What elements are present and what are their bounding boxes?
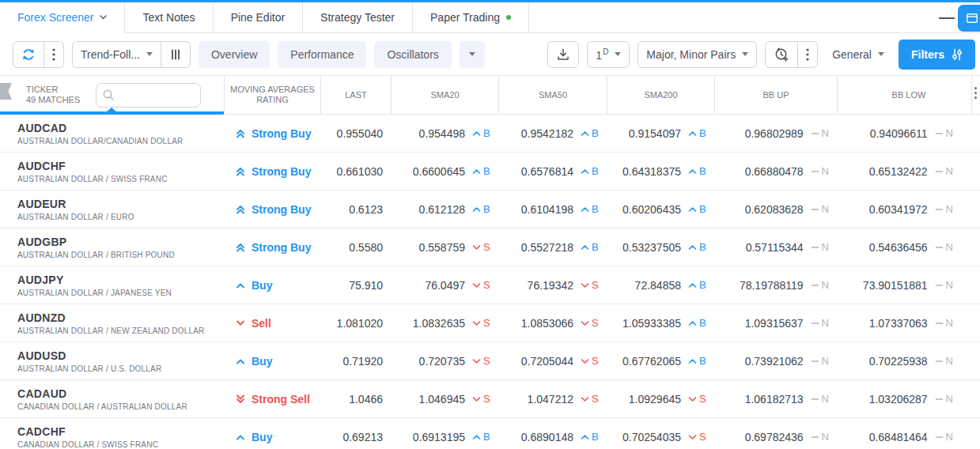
table-row[interactable]: CADCHF CANADIAN DOLLAR / SWISS FRANC Buy… — [0, 418, 980, 449]
bb-low-cell: 1.03206287N — [837, 380, 980, 417]
column-header-bb-low[interactable]: BB LOW — [837, 76, 980, 114]
signal-badge: B — [581, 165, 599, 177]
signal-letter: N — [822, 165, 829, 177]
ticker-cell[interactable]: AUDCAD AUSTRALIAN DOLLAR/CANADIAN DOLLAR — [0, 115, 224, 152]
indicator-value: 0.6104198 — [521, 203, 573, 216]
indicator-value: 0.60206435 — [622, 203, 681, 216]
refresh-button[interactable] — [13, 42, 44, 67]
ticker-cell[interactable]: AUDUSD AUSTRALIAN DOLLAR / U.S. DOLLAR — [0, 342, 224, 379]
panel-layout-button[interactable] — [958, 5, 980, 32]
columns-menu-icon[interactable] — [972, 87, 979, 99]
table-row[interactable]: AUDNZD AUSTRALIAN DOLLAR / NEW ZEALAND D… — [0, 304, 980, 342]
alert-menu-button[interactable] — [797, 42, 817, 67]
signal-letter: B — [592, 165, 599, 177]
signal-badge: B — [581, 127, 599, 139]
column-header-ma-rating[interactable]: MOVING AVERAGES RATING — [224, 76, 320, 114]
ticker-cell[interactable]: AUDNZD AUSTRALIAN DOLLAR / NEW ZEALAND D… — [0, 304, 224, 341]
indicator-value: 72.84858 — [635, 279, 681, 292]
ticker-matches-count: 49 MATCHES — [26, 95, 89, 105]
ticker-cell[interactable]: AUDCHF AUSTRALIAN DOLLAR / SWISS FRANC — [0, 153, 224, 190]
column-header-sma50[interactable]: SMA50 — [498, 76, 607, 114]
more-views-dropdown[interactable] — [460, 41, 485, 68]
indicator-value: 0.7205044 — [521, 355, 573, 368]
column-header-last[interactable]: LAST — [320, 76, 391, 114]
signal-badge: B — [581, 203, 599, 215]
table-row[interactable]: AUDUSD AUSTRALIAN DOLLAR / U.S. DOLLAR B… — [0, 342, 980, 380]
table-row[interactable]: CADAUD CANADIAN DOLLAR / AUSTRALIAN DOLL… — [0, 380, 980, 418]
indicator-value: 0.65132422 — [869, 165, 928, 178]
ticker-cell[interactable]: AUDJPY AUSTRALIAN DOLLAR / JAPANESE YEN — [0, 266, 224, 304]
column-header-label: BB LOW — [892, 90, 926, 100]
signal-letter: B — [699, 279, 706, 291]
column-header-ticker[interactable]: TICKER 49 MATCHES — [0, 76, 224, 114]
sorted-column-indicator — [0, 111, 224, 115]
table-row[interactable]: AUDCHF AUSTRALIAN DOLLAR / SWISS FRANC S… — [0, 153, 980, 191]
indicator-value: 1.0832635 — [413, 317, 465, 330]
minimize-panel-icon[interactable] — [939, 17, 955, 19]
screener-toolbar: Trend-Foll... Overview Performance Oscil… — [0, 33, 980, 76]
symbol[interactable]: CADAUD — [17, 387, 224, 400]
signal-letter: N — [946, 241, 953, 253]
indicator-value: 0.612128 — [419, 203, 465, 216]
rating-label: Strong Buy — [252, 241, 311, 254]
column-header-sma20[interactable]: SMA20 — [391, 76, 498, 114]
column-header-bb-up[interactable]: BB UP — [714, 76, 837, 114]
sma200-cell: 0.53237505B — [607, 228, 714, 266]
ticker-cell[interactable]: AUDGBP AUSTRALIAN DOLLAR / BRITISH POUND — [0, 228, 224, 266]
tab-forex-screener[interactable]: Forex Screener — [0, 2, 125, 33]
symbol[interactable]: AUDCAD — [17, 122, 224, 134]
signal-letter: S — [592, 279, 599, 291]
symbol-description: CANADIAN DOLLAR / AUSTRALIAN DOLLAR — [17, 402, 224, 411]
rating-label: Strong Buy — [252, 127, 311, 140]
symbol[interactable]: AUDGBP — [17, 236, 224, 248]
table-row[interactable]: AUDJPY AUSTRALIAN DOLLAR / JAPANESE YEN … — [0, 266, 980, 304]
strategy-dropdown[interactable]: Trend-Foll... — [73, 42, 161, 67]
interval-dropdown[interactable]: 1D — [588, 42, 629, 67]
ticker-cell[interactable]: CADCHF CANADIAN DOLLAR / SWISS FRANC — [0, 418, 224, 449]
signal-badge: S — [581, 355, 599, 367]
column-header-sma200[interactable]: SMA200 — [607, 76, 714, 114]
table-row[interactable]: AUDEUR AUSTRALIAN DOLLAR / EURO Strong B… — [0, 191, 980, 228]
signal-letter: N — [946, 279, 953, 291]
signal-badge: N — [811, 393, 829, 405]
flag-ribbon-icon[interactable] — [0, 83, 12, 100]
symbol[interactable]: AUDEUR — [17, 198, 224, 210]
tab-pine-editor[interactable]: Pine Editor — [214, 2, 303, 33]
symbol[interactable]: AUDJPY — [17, 274, 224, 286]
sma20-cell: 0.720735S — [391, 342, 498, 379]
indicator-value: 0.5527218 — [521, 241, 573, 254]
signal-letter: B — [699, 355, 706, 367]
signal-letter: B — [699, 165, 706, 177]
symbol[interactable]: AUDNZD — [17, 311, 224, 324]
tab-paper-trading[interactable]: Paper Trading — [413, 2, 529, 33]
view-tab-overview[interactable]: Overview — [199, 41, 270, 68]
create-alert-button[interactable] — [766, 42, 797, 67]
rating-cell: Strong Buy — [224, 191, 320, 228]
symbol[interactable]: AUDUSD — [17, 349, 224, 362]
symbol[interactable]: CADCHF — [17, 425, 224, 438]
export-button[interactable] — [548, 42, 578, 67]
columns-setup-button[interactable] — [161, 42, 190, 67]
pairs-dropdown[interactable]: Major, Minor Pairs — [638, 42, 756, 67]
signal-letter: N — [822, 317, 829, 329]
tab-label: Paper Trading — [430, 11, 500, 24]
ticker-cell[interactable]: AUDEUR AUSTRALIAN DOLLAR / EURO — [0, 191, 224, 228]
signal-letter: S — [483, 279, 490, 291]
table-row[interactable]: AUDGBP AUSTRALIAN DOLLAR / BRITISH POUND… — [0, 228, 980, 266]
symbol[interactable]: AUDCHF — [17, 160, 224, 172]
table-row[interactable]: AUDCAD AUSTRALIAN DOLLAR/CANADIAN DOLLAR… — [0, 115, 980, 153]
sma20-cell: 0.6913195B — [391, 418, 498, 449]
view-tab-performance[interactable]: Performance — [278, 41, 366, 68]
category-dropdown[interactable]: General — [826, 48, 891, 61]
view-tab-oscillators[interactable]: Oscillators — [374, 41, 451, 68]
refresh-menu-button[interactable] — [44, 42, 63, 67]
ticker-cell[interactable]: CADAUD CANADIAN DOLLAR / AUSTRALIAN DOLL… — [0, 380, 224, 417]
tab-strategy-tester[interactable]: Strategy Tester — [303, 2, 413, 33]
panel-tabbar: Forex Screener Text Notes Pine Editor St… — [0, 2, 980, 33]
indicator-value: 0.6913195 — [413, 431, 465, 443]
rating-cell: Strong Buy — [224, 153, 320, 190]
filters-button[interactable]: Filters — [899, 40, 975, 70]
tab-text-notes[interactable]: Text Notes — [125, 2, 213, 33]
bb-up-cell: 0.57115344N — [714, 228, 837, 266]
indicator-value: 0.70254035 — [622, 431, 681, 443]
